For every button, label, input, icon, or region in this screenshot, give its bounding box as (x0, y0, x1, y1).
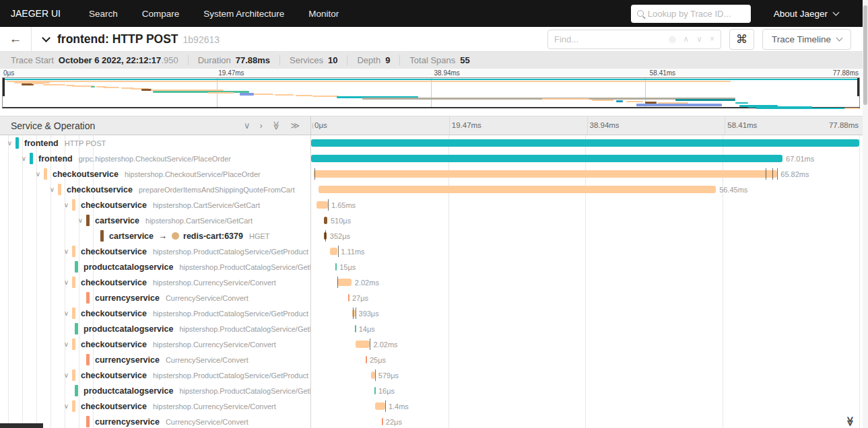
span-row[interactable]: ∨frontendHTTP POST (0, 135, 863, 151)
chevron-down-icon[interactable]: ∨ (61, 201, 72, 209)
expand-one-icon[interactable]: › (259, 121, 262, 130)
span-bar[interactable] (316, 201, 328, 209)
span-row[interactable]: ∨frontendgrpc.hipstershop.CheckoutServic… (0, 151, 863, 166)
chevron-down-icon[interactable]: ∨ (61, 310, 72, 317)
keyboard-shortcuts-button[interactable]: ⌘ (729, 29, 754, 50)
service-name: checkoutservice (81, 309, 147, 318)
service-color-chip (72, 400, 75, 412)
minimap-span (735, 102, 748, 104)
vertical-scrollbar[interactable] (863, 0, 868, 428)
chevron-down-icon[interactable]: ∨ (18, 155, 30, 162)
horizontal-scrollbar-thumb[interactable] (0, 423, 43, 428)
span-row[interactable]: productcatalogservicehipstershop.Product… (0, 383, 863, 398)
time-tick-label: 19.47ms (218, 69, 244, 77)
nav-item-system-architecture[interactable]: System Architecture (203, 9, 284, 19)
service-color-chip (75, 323, 78, 334)
span-duration-label: 1.11ms (341, 248, 364, 256)
match-focus-icon[interactable]: ◎ (669, 34, 675, 44)
span-duration-label: 67.01ms (786, 155, 814, 163)
chevron-down-icon[interactable]: ∨ (61, 248, 72, 255)
minimap-drag-handle-right[interactable] (857, 78, 859, 96)
span-row[interactable]: currencyserviceCurrencyService/Convert27… (0, 290, 863, 306)
column-resize-grip[interactable]: ❘❘ (310, 122, 316, 129)
span-bar[interactable] (314, 170, 777, 178)
span-row-timeline-cell: 56.45ms (311, 182, 859, 197)
back-button[interactable]: ← (0, 27, 32, 51)
span-bar[interactable] (335, 263, 337, 271)
span-bar[interactable] (337, 279, 352, 286)
span-row[interactable]: ∨checkoutserviceprepareOrderItemsAndShip… (0, 182, 863, 197)
about-jaeger-menu[interactable]: About Jaeger (774, 9, 838, 19)
span-log-marker (375, 369, 376, 381)
span-row[interactable]: ∨checkoutservicehipstershop.CheckoutServ… (0, 166, 863, 182)
minimap-gridline (431, 78, 432, 107)
span-row[interactable]: productcatalogservicehipstershop.Product… (0, 321, 863, 336)
nav-item-monitor[interactable]: Monitor (308, 9, 339, 19)
find-input[interactable] (554, 34, 669, 44)
span-bar[interactable] (324, 217, 327, 224)
span-row[interactable]: ∨checkoutservicehipstershop.ProductCatal… (0, 244, 863, 259)
span-row[interactable]: productcatalogservicehipstershop.Product… (0, 259, 863, 275)
chevron-down-icon[interactable]: ∨ (61, 279, 72, 286)
span-bar[interactable] (355, 325, 356, 332)
scroll-down-indicator-icon[interactable]: ≫ (845, 417, 856, 427)
collapse-trace-detail-icon[interactable] (42, 34, 51, 42)
chevron-down-icon[interactable]: ∨ (75, 217, 86, 224)
prev-match-icon[interactable]: ∧ (683, 34, 689, 44)
minimap-span (312, 96, 338, 97)
span-row[interactable]: ∨checkoutservicehipstershop.CurrencyServ… (0, 336, 863, 352)
operation-name: hipstershop.CartService/GetCart (145, 217, 253, 225)
nav-item-search[interactable]: Search (89, 9, 118, 19)
service-color-chip (72, 199, 75, 211)
span-row-name-cell: productcatalogservicehipstershop.Product… (0, 321, 311, 336)
span-bar[interactable] (374, 387, 376, 394)
span-bar[interactable] (311, 139, 859, 147)
chevron-down-icon[interactable]: ∨ (32, 170, 44, 178)
ruler-gridline (725, 116, 725, 135)
span-row[interactable]: ∨checkoutservicehipstershop.ProductCatal… (0, 306, 863, 321)
operation-name: hipstershop.ProductCatalogService/GetPro… (153, 371, 308, 380)
vertical-scrollbar-thumb[interactable] (863, 5, 867, 105)
span-bar[interactable] (330, 248, 338, 255)
span-duration-label: 25μs (370, 356, 386, 364)
span-bar[interactable] (375, 402, 385, 410)
trace-view-selector[interactable]: Trace Timeline (762, 29, 851, 50)
span-row[interactable]: ∨checkoutservicehipstershop.CurrencyServ… (0, 275, 863, 290)
collapse-all-icon[interactable]: ≫ (272, 121, 281, 131)
chevron-down-icon[interactable]: ∨ (46, 186, 58, 193)
span-bar[interactable] (366, 356, 367, 363)
span-bar[interactable] (382, 418, 383, 425)
expand-all-icon[interactable]: ≫ (290, 121, 300, 130)
span-row[interactable]: ∨checkoutservicehipstershop.CartService/… (0, 197, 863, 213)
span-row[interactable]: currencyserviceCurrencyService/Convert22… (0, 414, 863, 428)
trace-lookup-input[interactable] (648, 9, 745, 19)
span-bar[interactable] (348, 294, 349, 301)
span-row-name-cell: productcatalogservicehipstershop.Product… (0, 259, 311, 275)
service-name: cartservice (109, 231, 154, 241)
minimap-drag-handle-left[interactable] (3, 78, 5, 96)
nav-item-compare[interactable]: Compare (142, 9, 180, 19)
span-row[interactable]: ∨checkoutservicehipstershop.ProductCatal… (0, 367, 863, 383)
app-brand[interactable]: JAEGER UI (11, 8, 61, 19)
span-row[interactable]: currencyserviceCurrencyService/Convert25… (0, 352, 863, 367)
span-bar[interactable] (311, 155, 782, 162)
span-row[interactable]: cartservice→redis-cart:6379HGET352μs (0, 228, 863, 244)
span-bar[interactable] (319, 186, 716, 193)
operation-name: hipstershop.CartService/GetCart (153, 201, 260, 209)
span-bar[interactable] (356, 341, 370, 348)
span-row[interactable]: ∨cartservicehipstershop.CartService/GetC… (0, 213, 863, 228)
clear-find-icon[interactable]: × (710, 34, 714, 44)
summary-item: Trace StartOctober 6 2022, 22:12:17.950 (11, 55, 188, 65)
timeline-minimap[interactable] (2, 77, 860, 108)
next-match-icon[interactable]: ∨ (696, 34, 702, 44)
service-color-chip (44, 168, 47, 180)
collapse-one-icon[interactable]: ∨ (244, 121, 251, 130)
chevron-down-icon[interactable]: ∨ (61, 371, 72, 379)
panel-divider[interactable] (310, 135, 311, 428)
chevron-down-icon[interactable]: ∨ (61, 402, 72, 410)
chevron-down-icon[interactable]: ∨ (4, 139, 15, 147)
summary-item: Services10 (279, 55, 347, 65)
timeline-ruler: 0μs19.47ms38.94ms58.41ms77.88ms (311, 116, 863, 135)
span-row[interactable]: ∨checkoutservicehipstershop.CurrencyServ… (0, 398, 863, 414)
chevron-down-icon[interactable]: ∨ (61, 341, 72, 348)
